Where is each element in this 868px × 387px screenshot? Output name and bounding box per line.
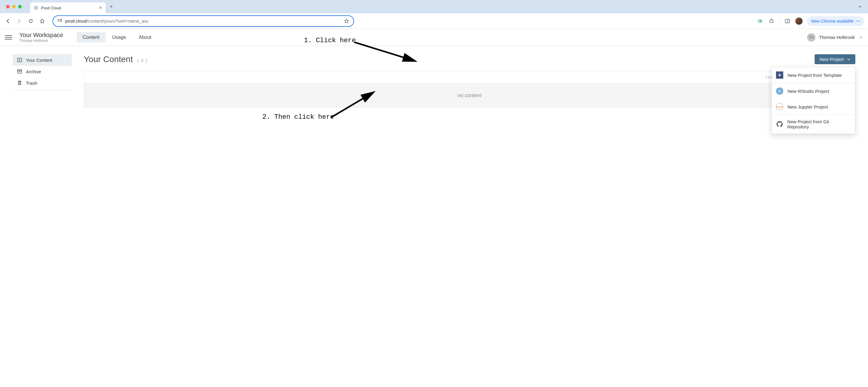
new-project-button[interactable]: New Project <box>815 54 855 64</box>
svg-rect-10 <box>18 58 22 62</box>
svg-point-2 <box>60 19 62 20</box>
svg-rect-1 <box>58 21 59 22</box>
content-area: Your Content ( 0 ) New Project New Proje… <box>84 54 855 107</box>
workspace-title: Your Workspace <box>19 32 63 39</box>
content-header: Your Content ( 0 ) New Project New Proje… <box>84 54 855 64</box>
toolbar-divider <box>779 18 780 24</box>
header-user-area: TH Thomas Holbrook <box>807 33 863 41</box>
sidebar-item-archive[interactable]: Archive <box>13 66 72 77</box>
new-tab-button[interactable]: + <box>110 4 113 10</box>
empty-state-text: no content <box>458 93 482 99</box>
template-icon <box>776 71 783 79</box>
user-initials-badge[interactable]: TH <box>807 33 815 41</box>
svg-line-20 <box>331 93 373 118</box>
annotation-arrow-1 <box>353 40 419 67</box>
extensions-icon[interactable] <box>768 18 775 25</box>
browser-toolbar: posit.cloud/content/yours?sort=name_asc … <box>0 13 868 29</box>
dropdown-item-label: New Jupyter Project <box>787 104 828 109</box>
browser-tab[interactable]: Posit Cloud × <box>30 2 105 13</box>
jupyter-icon: jupyter <box>776 103 783 110</box>
annotation-arrow-2 <box>329 89 376 120</box>
tab-label: Usage <box>112 35 126 40</box>
filter-bar: TYPE ✻ ACCESS ✻ SORT <box>84 71 855 84</box>
annotation-step1: 1. Click here <box>304 37 356 44</box>
tab-usage[interactable]: Usage <box>106 32 132 42</box>
sidebar-item-your-content[interactable]: Your Content <box>13 54 72 66</box>
extension-status-icon[interactable] <box>756 18 764 25</box>
sidebar-item-trash[interactable]: Trash <box>13 77 72 89</box>
app-tabs: Content Usage About <box>76 32 157 42</box>
close-window-button[interactable] <box>6 5 10 8</box>
user-name: Thomas Holbrook <box>819 35 855 40</box>
github-icon <box>776 121 783 128</box>
dropdown-item-label: New RStudio Project <box>787 89 829 94</box>
svg-line-18 <box>354 42 415 61</box>
maximize-window-button[interactable] <box>18 5 22 8</box>
tab-title: Posit Cloud <box>41 6 97 10</box>
site-settings-icon[interactable] <box>57 19 62 24</box>
posit-favicon-icon <box>34 5 39 10</box>
tabs-dropdown-button[interactable] <box>858 4 862 9</box>
tab-about[interactable]: About <box>133 32 157 42</box>
svg-point-7 <box>857 21 858 22</box>
app-header: Your Workspace Thomas Holbrook Content U… <box>0 29 868 46</box>
svg-rect-5 <box>785 19 789 23</box>
svg-rect-13 <box>18 71 22 73</box>
svg-rect-0 <box>58 19 59 20</box>
sidebar-item-label: Trash <box>26 80 37 86</box>
browser-tab-bar: Posit Cloud × + <box>0 0 868 13</box>
home-button[interactable] <box>38 17 46 25</box>
address-bar[interactable]: posit.cloud/content/yours?sort=name_asc <box>53 15 354 27</box>
dropdown-item-rstudio[interactable]: R New RStudio Project <box>772 83 855 99</box>
tab-label: Content <box>83 35 99 40</box>
rstudio-icon: R <box>776 88 783 95</box>
toolbar-right: New Chrome available <box>756 16 864 26</box>
main-layout: Your Content Archive Trash Your Content … <box>0 46 868 116</box>
chrome-update-button[interactable]: New Chrome available <box>807 16 864 26</box>
profile-avatar-icon[interactable] <box>795 18 803 25</box>
svg-point-9 <box>859 21 860 22</box>
dropdown-item-git[interactable]: New Project from Git Repository <box>772 115 855 133</box>
user-content-icon <box>17 57 22 63</box>
svg-point-8 <box>858 21 859 22</box>
dropdown-item-label: New Project from Template <box>787 73 842 78</box>
svg-point-4 <box>758 20 761 22</box>
archive-icon <box>17 69 22 74</box>
chrome-update-label: New Chrome available <box>811 19 854 24</box>
sidebar-item-label: Archive <box>26 69 41 74</box>
empty-state: no content <box>84 84 855 107</box>
forward-button[interactable] <box>15 17 24 25</box>
side-panel-icon[interactable] <box>784 18 791 25</box>
workspace-owner: Thomas Holbrook <box>19 39 63 43</box>
chevron-down-icon <box>847 58 850 61</box>
window-controls <box>6 5 22 8</box>
minimize-window-button[interactable] <box>12 5 16 8</box>
close-tab-button[interactable]: × <box>99 5 102 10</box>
new-project-label: New Project <box>819 57 844 62</box>
trash-icon <box>17 80 22 86</box>
back-button[interactable] <box>4 17 12 25</box>
sidebar-item-label: Your Content <box>26 58 52 63</box>
tab-content[interactable]: Content <box>76 32 105 42</box>
content-title-block: Your Content ( 0 ) <box>84 55 148 64</box>
new-project-dropdown: New Project from Template R New RStudio … <box>772 67 855 134</box>
bookmark-star-icon[interactable] <box>344 19 349 24</box>
sidebar: Your Content Archive Trash <box>13 54 72 107</box>
new-project-wrapper: New Project New Project from Template R … <box>815 54 855 64</box>
content-title: Your Content <box>84 55 133 64</box>
expand-chevron-icon[interactable] <box>858 35 863 40</box>
workspace-title-block: Your Workspace Thomas Holbrook <box>19 32 63 43</box>
content-count: ( 0 ) <box>137 58 148 63</box>
sidebar-divider <box>13 90 72 90</box>
menu-button[interactable] <box>5 34 12 41</box>
tab-label: About <box>139 35 151 40</box>
dropdown-item-template[interactable]: New Project from Template <box>772 67 855 83</box>
reload-button[interactable] <box>27 17 35 25</box>
dropdown-item-label: New Project from Git Repository <box>787 119 851 129</box>
dropdown-item-jupyter[interactable]: jupyter New Jupyter Project <box>772 99 855 115</box>
url-text: posit.cloud/content/yours?sort=name_asc <box>65 19 149 24</box>
svg-point-11 <box>19 59 20 60</box>
annotation-step2: 2. Then click here <box>262 113 334 121</box>
svg-point-3 <box>60 21 62 22</box>
